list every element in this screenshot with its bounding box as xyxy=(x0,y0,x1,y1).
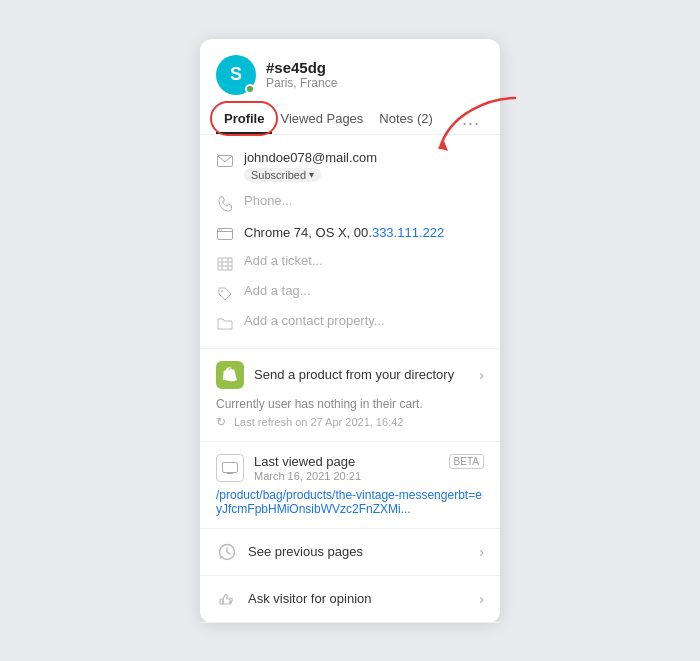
tab-notes[interactable]: Notes (2) xyxy=(371,105,440,134)
tab-viewed-pages[interactable]: Viewed Pages xyxy=(272,105,371,134)
online-status xyxy=(245,84,255,94)
ticket-icon xyxy=(216,255,234,273)
tabs-more-button[interactable]: ... xyxy=(458,105,484,134)
add-tag-label: Add a tag... xyxy=(244,283,311,298)
username: #se45dg xyxy=(266,59,337,76)
viewed-title-block: Last viewed page March 16, 2021 20:21 xyxy=(254,454,439,482)
thumbs-icon xyxy=(216,588,238,610)
phone-icon xyxy=(216,195,234,213)
viewed-title: Last viewed page xyxy=(254,454,439,469)
browser-icon xyxy=(216,225,234,243)
contact-info-section: johndoe078@mail.com Subscribed Phone... xyxy=(200,135,500,349)
phone-row[interactable]: Phone... xyxy=(200,188,500,218)
product-label: Send a product from your directory xyxy=(254,367,454,382)
see-previous-row[interactable]: See previous pages › xyxy=(200,529,500,576)
subscribed-badge[interactable]: Subscribed xyxy=(244,168,321,182)
email-address: johndoe078@mail.com xyxy=(244,150,484,165)
product-chevron-icon: › xyxy=(479,367,484,383)
phone-content: Phone... xyxy=(244,193,484,208)
screen-icon xyxy=(216,454,244,482)
tag-icon xyxy=(216,285,234,303)
ask-visitor-chevron-icon: › xyxy=(479,591,484,607)
add-ticket-row[interactable]: Add a ticket... xyxy=(200,248,500,278)
viewed-date: March 16, 2021 20:21 xyxy=(254,470,439,482)
email-icon xyxy=(216,152,234,170)
email-content: johndoe078@mail.com Subscribed xyxy=(244,150,484,183)
browser-info: Chrome 74, OS X, 00.333.111.222 xyxy=(244,225,444,240)
user-info: #se45dg Paris, France xyxy=(266,59,337,90)
svg-point-4 xyxy=(219,229,220,230)
cart-info: Currently user has nothing in their cart… xyxy=(216,397,484,411)
svg-rect-11 xyxy=(220,599,223,604)
add-property-label: Add a contact property... xyxy=(244,313,385,328)
see-previous-label: See previous pages xyxy=(248,544,363,559)
clock-icon xyxy=(216,541,238,563)
ask-visitor-label: Ask visitor for opinion xyxy=(248,591,372,606)
card-header: S #se45dg Paris, France xyxy=(200,39,500,95)
ask-visitor-row[interactable]: Ask visitor for opinion › xyxy=(200,576,500,623)
viewed-url[interactable]: /product/bag/products/the-vintage-messen… xyxy=(216,488,484,516)
svg-point-5 xyxy=(221,229,222,230)
browser-content: Chrome 74, OS X, 00.333.111.222 xyxy=(244,223,484,241)
refresh-row: ↻ Last refresh on 27 Apr 2021, 16:42 xyxy=(216,415,484,429)
add-ticket-label: Add a ticket... xyxy=(244,253,323,268)
last-viewed-section: Last viewed page March 16, 2021 20:21 BE… xyxy=(200,442,500,529)
svg-point-6 xyxy=(221,290,223,292)
folder-icon xyxy=(216,315,234,333)
location: Paris, France xyxy=(266,76,337,90)
ask-visitor-left: Ask visitor for opinion xyxy=(216,588,372,610)
add-property-row[interactable]: Add a contact property... xyxy=(200,308,500,338)
ip-highlight: 333.111.222 xyxy=(372,225,444,240)
svg-rect-7 xyxy=(223,462,238,472)
refresh-text: Last refresh on 27 Apr 2021, 16:42 xyxy=(234,416,403,428)
viewed-header: Last viewed page March 16, 2021 20:21 BE… xyxy=(216,454,484,482)
shopify-icon xyxy=(216,361,244,389)
product-section: Send a product from your directory › Cur… xyxy=(200,349,500,442)
email-row[interactable]: johndoe078@mail.com Subscribed xyxy=(200,145,500,188)
tabs-bar: Profile Viewed Pages Notes (2) ... xyxy=(200,95,500,135)
profile-card: S #se45dg Paris, France Profile Viewed P… xyxy=(200,39,500,623)
add-tag-row[interactable]: Add a tag... xyxy=(200,278,500,308)
refresh-icon: ↻ xyxy=(216,415,230,429)
see-previous-left: See previous pages xyxy=(216,541,363,563)
beta-badge: BETA xyxy=(449,454,484,469)
avatar: S xyxy=(216,55,256,95)
product-left: Send a product from your directory xyxy=(216,361,454,389)
browser-row[interactable]: Chrome 74, OS X, 00.333.111.222 xyxy=(200,218,500,248)
phone-placeholder: Phone... xyxy=(244,193,484,208)
see-previous-chevron-icon: › xyxy=(479,544,484,560)
tab-profile[interactable]: Profile xyxy=(216,105,272,134)
send-product-row[interactable]: Send a product from your directory › xyxy=(216,361,484,389)
